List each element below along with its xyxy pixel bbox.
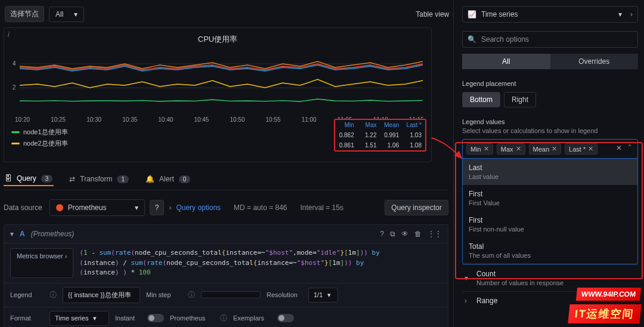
options-filter-tabs: All Overrides [462,54,638,69]
viz-type-picker[interactable]: 📈 Time series ▾ › [462,6,638,23]
chip-max[interactable]: Max✕ [497,143,525,155]
x-tick: 10:20 [15,116,30,123]
remove-chip-icon[interactable]: ✕ [516,145,521,153]
table-row: 0.861 1.51 1.06 1.08 [335,140,425,150]
chip-mean[interactable]: Mean✕ [529,143,562,155]
x-tick: 11:00 [302,116,317,123]
query-editor: ▾ A (Prometheus) ? ⧉ 👁 🗑 ⋮⋮ Metrics brow… [4,224,448,327]
chip-last[interactable]: Last *✕ [565,143,597,155]
options-panel: 📈 Time series ▾ › 🔍 Search options All O… [453,0,644,327]
drag-handle-icon[interactable]: ⋮⋮ [428,230,442,238]
chevron-down-icon: ▾ [327,291,331,299]
panel-info-icon[interactable]: i [8,30,10,39]
chart-panel: i CPU使用率 4 2 10:2010:2510:3010:3510:4010… [4,27,432,162]
legend-values-subtitle: Select values or calculations to show in… [462,127,638,134]
watermark-brand: IT运维空间 [568,304,641,323]
table-row: 0.862 1.22 0.991 1.03 [335,130,425,140]
delete-query-icon[interactable]: 🗑 [414,230,422,238]
info-icon[interactable]: ⓘ [49,290,57,300]
duplicate-query-icon[interactable]: ⧉ [390,230,395,238]
main-area: i CPU使用率 4 2 10:2010:2510:3010:3510:4010… [0,0,453,327]
transform-icon: ⇄ [69,175,75,183]
option-first[interactable]: First First Value [463,185,637,211]
query-header: ▾ A (Prometheus) ? ⧉ 👁 🗑 ⋮⋮ [4,225,448,243]
watermark-url: WWW.94IP.COM [576,288,641,301]
help-icon: ? [155,203,159,212]
datasource-label: Data source [4,203,45,212]
legend-values-chips[interactable]: Min✕ Max✕ Mean✕ Last *✕ ✕ ˄ [463,140,637,159]
info-icon[interactable]: ⓘ [188,290,195,300]
tab-overrides[interactable]: Overrides [550,54,639,69]
option-first-nonnull[interactable]: First First non-null value [463,211,637,237]
exemplars-toggle[interactable] [277,314,294,322]
legend-placement-group: Bottom Right [462,92,638,107]
chevron-right-icon: › [65,252,67,260]
time-series-icon: 📈 [467,10,476,18]
chevron-right-icon: › [465,297,470,305]
search-options-input[interactable]: 🔍 Search options [462,31,638,48]
query-source-label: (Prometheus) [31,230,75,238]
legend-swatch [11,143,20,144]
chevron-right-icon[interactable]: › [169,203,171,212]
query-help-icon[interactable]: ? [380,230,384,238]
legend-format-label: Legend [10,291,44,298]
chevron-down-icon: ▾ [618,10,622,18]
x-tick: 10:25 [51,116,66,123]
chevron-down-icon: ▾ [93,314,97,322]
x-tick: 10:45 [194,116,209,123]
x-tick: 10:35 [122,116,137,123]
search-icon: 🔍 [467,35,476,44]
legend-format-input[interactable]: {{ instance }}总使用率 [63,287,140,303]
x-tick: 10:40 [158,116,173,123]
legend-values-select: Min✕ Max✕ Mean✕ Last *✕ ✕ ˄ Last Last va… [462,139,638,264]
legend-values-title: Legend values [462,118,638,125]
chart-plot[interactable]: 4 2 [9,48,426,115]
collapse-query-icon[interactable]: ▾ [10,230,14,238]
bell-icon: 🔔 [145,175,154,183]
prometheus-link-label: Prometheus [170,314,214,322]
query-options-md: MD = auto = 846 [234,203,287,212]
metrics-browser-button[interactable]: Metrics browser › [10,248,73,278]
query-ref-id[interactable]: A [20,230,25,238]
x-tick: 10:55 [266,116,281,123]
tab-transform[interactable]: ⇄ Transform 1 [68,172,130,186]
chevron-down-icon: ▾ [465,274,470,282]
prometheus-icon [56,204,63,211]
svg-text:2: 2 [13,84,16,91]
remove-chip-icon[interactable]: ✕ [552,145,557,153]
chip-min[interactable]: Min✕ [466,143,493,155]
min-step-label: Min step [146,291,182,298]
legend-placement-bottom[interactable]: Bottom [462,92,500,107]
remove-chip-icon[interactable]: ✕ [484,145,489,153]
clear-all-icon[interactable]: ✕ [616,144,622,152]
tab-alert[interactable]: 🔔 Alert 0 [144,172,191,186]
tab-all[interactable]: All [462,54,550,69]
query-options-link[interactable]: Query options [176,203,221,212]
legend-swatch [11,131,20,133]
chevron-up-icon[interactable]: ˄ [628,144,631,152]
resolution-select[interactable]: 1/1▾ [308,288,338,303]
svg-text:4: 4 [13,60,16,67]
datasource-help-button[interactable]: ? [150,200,165,215]
legend-placement-title: Legend placement [462,80,638,87]
resolution-label: Resolution [267,291,302,298]
tab-query[interactable]: 🗄 Query 3 [4,172,54,186]
info-icon[interactable]: ⓘ [220,313,227,323]
x-tick: 10:30 [86,116,101,123]
instant-toggle[interactable] [147,314,164,322]
legend-placement-right[interactable]: Right [504,92,536,107]
promql-editor[interactable]: (1 - sum(rate(node_cpu_seconds_total{ins… [79,248,379,278]
chevron-right-icon[interactable]: › [630,10,633,18]
query-inspector-button[interactable]: Query inspector [385,200,448,215]
x-tick: 10:50 [230,116,244,123]
option-total[interactable]: Total The sum of all values [463,237,637,264]
query-options-interval: Interval = 15s [301,203,343,212]
toggle-visibility-icon[interactable]: 👁 [401,230,408,238]
datasource-select[interactable]: Prometheus ▾ [49,199,145,216]
legend-stats-table: Min Max Mean Last * 0.862 1.22 0.991 1.0… [334,119,426,152]
format-select[interactable]: Time series▾ [49,311,109,326]
query-tabs: 🗄 Query 3 ⇄ Transform 1 🔔 Alert 0 [4,172,448,190]
remove-chip-icon[interactable]: ✕ [588,145,593,153]
min-step-input[interactable] [201,291,261,298]
option-last[interactable]: Last Last value [463,159,637,185]
